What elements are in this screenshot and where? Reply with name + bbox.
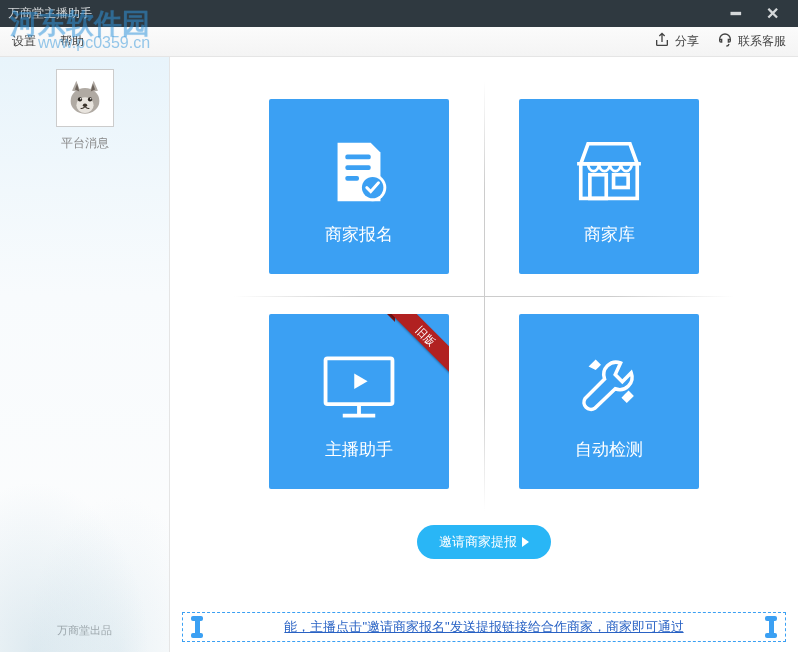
invite-label: 邀请商家提报 (439, 533, 517, 551)
card-label: 商家库 (584, 223, 635, 246)
svg-point-4 (79, 98, 80, 99)
card-streamer-assistant[interactable]: 旧版 主播助手 (269, 314, 449, 489)
share-button[interactable]: 分享 (654, 32, 699, 51)
marquee-text[interactable]: 能，主播点击"邀请商家报名"发送提报链接给合作商家，商家即可通过 (203, 618, 765, 636)
headset-icon (717, 32, 733, 51)
wrench-screwdriver-icon (569, 342, 649, 432)
share-icon (654, 32, 670, 51)
minimize-button[interactable]: ━ (718, 0, 754, 27)
close-button[interactable]: ✕ (754, 0, 790, 27)
scroll-deco-left (191, 616, 203, 638)
menubar: 设置 帮助 分享 联系客服 (0, 27, 798, 57)
sidebar-platform-msg[interactable]: 平台消息 (61, 135, 109, 152)
svg-point-2 (77, 97, 81, 101)
menu-settings[interactable]: 设置 (12, 33, 36, 50)
titlebar: 万商堂主播助手 ━ ✕ (0, 0, 798, 27)
svg-rect-14 (614, 175, 629, 188)
card-label: 主播助手 (325, 438, 393, 461)
main-content: 商家报名 商家库 旧版 主播助手 自动检测 (170, 57, 798, 652)
svg-point-6 (82, 103, 86, 107)
card-auto-check[interactable]: 自动检测 (519, 314, 699, 489)
scroll-deco-right (765, 616, 777, 638)
svg-point-5 (90, 98, 91, 99)
invite-merchant-button[interactable]: 邀请商家提报 (417, 525, 551, 559)
document-check-icon (320, 127, 398, 217)
old-version-ribbon: 旧版 (387, 314, 449, 376)
card-label: 商家报名 (325, 223, 393, 246)
share-label: 分享 (675, 33, 699, 50)
card-merchant-signup[interactable]: 商家报名 (269, 99, 449, 274)
card-label: 自动检测 (575, 438, 643, 461)
svg-rect-7 (345, 154, 370, 159)
svg-rect-9 (345, 176, 359, 181)
card-grid: 商家报名 商家库 旧版 主播助手 自动检测 (234, 81, 734, 511)
sidebar: 平台消息 万商堂出品 (0, 57, 170, 652)
svg-rect-8 (345, 165, 370, 170)
storefront-icon (568, 127, 650, 217)
card-merchant-store[interactable]: 商家库 (519, 99, 699, 274)
svg-rect-13 (590, 175, 606, 199)
contact-label: 联系客服 (738, 33, 786, 50)
svg-point-3 (87, 97, 91, 101)
play-icon (522, 537, 529, 547)
menu-help[interactable]: 帮助 (60, 33, 84, 50)
sidebar-footer: 万商堂出品 (43, 609, 126, 652)
marquee-bar: 能，主播点击"邀请商家报名"发送提报链接给合作商家，商家即可通过 (182, 612, 786, 642)
window-title: 万商堂主播助手 (8, 5, 718, 22)
contact-support-button[interactable]: 联系客服 (717, 32, 786, 51)
wolf-avatar-icon (62, 75, 108, 121)
avatar[interactable] (56, 69, 114, 127)
